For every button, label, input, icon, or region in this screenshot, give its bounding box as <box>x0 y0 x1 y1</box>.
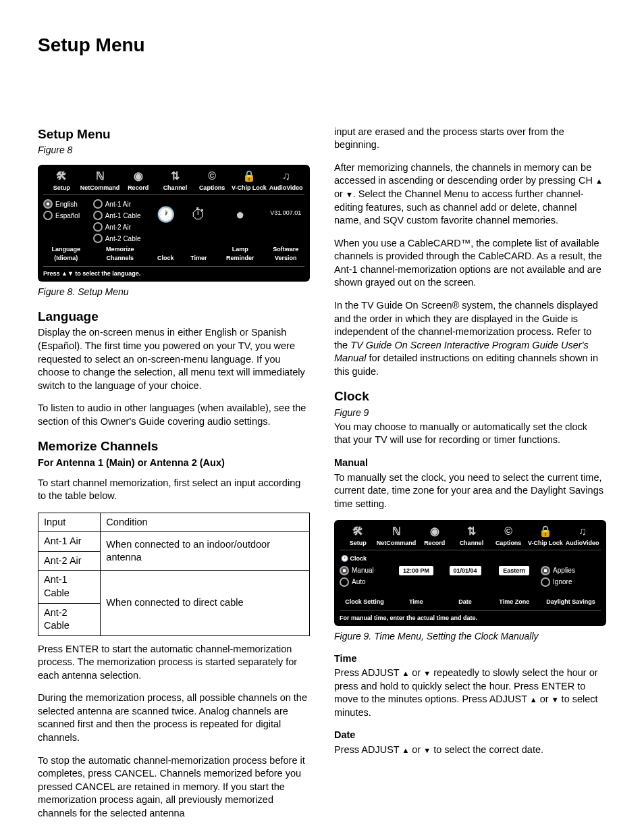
tv-lamp-label: Lamp Reminder <box>217 245 263 261</box>
tv2-tz-label: Time Zone <box>491 598 537 606</box>
triangle-up-icon <box>595 175 603 186</box>
tv-tab-record: ◉Record <box>119 170 157 192</box>
td-cond-antenna: When connected to an indoor/outdoor ante… <box>101 532 310 571</box>
net-icon: ℕ <box>80 170 120 182</box>
figure-8-caption: Figure 8. Setup Menu <box>38 286 310 298</box>
tv-ant2-air: Ant-2 Air <box>93 222 147 232</box>
timer-icon: ⏱ <box>191 205 206 225</box>
right-column: input are erased and the process starts … <box>334 126 606 820</box>
tv2-tab-channel: ⇅Channel <box>453 525 490 547</box>
triangle-down-icon <box>423 667 431 678</box>
para-cont-3: When you use a CableCARD™, the complete … <box>334 237 606 290</box>
figure-8-ref: Figure 8 <box>38 144 310 157</box>
triangle-up-icon <box>402 667 409 678</box>
page-title: Setup Menu <box>38 32 606 58</box>
lock-icon: 🔒 <box>527 525 564 538</box>
tv2-manual: Manual <box>340 566 390 575</box>
figure-9-caption: Figure 9. Time Menu, Setting the Clock M… <box>334 630 606 643</box>
tv2-tab-vchip: 🔒V-Chip Lock <box>527 525 564 547</box>
tv-hint-bar: Press ▲▼ to select the language. <box>43 266 304 278</box>
heading-manual: Manual <box>334 457 606 470</box>
tv-tab-channel: ⇅Channel <box>157 170 194 192</box>
av-icon: ♫ <box>564 525 601 538</box>
td-cond-cable: When connected to direct cable <box>101 571 310 635</box>
tv2-auto: Auto <box>340 577 390 587</box>
left-column: Setup Menu Figure 8 🛠Setup ℕNetCommand ◉… <box>38 126 310 820</box>
tv-tab-setup: 🛠Setup <box>43 170 80 192</box>
tv-ant2-cable: Ant-2 Cable <box>93 234 147 243</box>
tv-memorize-label: Memorize Channels <box>93 245 147 261</box>
para-date: Press ADJUST or to select the correct da… <box>334 744 606 757</box>
tv-tab-audiovideo: ♫AudioVideo <box>267 170 304 192</box>
heading-date: Date <box>334 729 606 742</box>
para-time: Press ADJUST or repeatedly to slowly sel… <box>334 667 606 719</box>
lock-icon: 🔒 <box>231 170 268 182</box>
heading-setup-menu: Setup Menu <box>38 126 310 143</box>
heading-memorize: Memorize Channels <box>38 438 310 455</box>
tv2-date-value: 01/01/04 <box>450 566 481 575</box>
th-condition: Condition <box>101 513 310 532</box>
td-ant2-cable: Ant-2 Cable <box>38 603 101 635</box>
triangle-up-icon <box>530 694 537 704</box>
av-icon: ♫ <box>267 170 304 182</box>
clock-icon: 🕐 <box>157 205 175 225</box>
tv-language-label: Language (Idioma) <box>43 245 89 261</box>
para-cont-1: input are erased and the process starts … <box>334 126 606 152</box>
figure-9-ref: Figure 9 <box>334 407 606 419</box>
td-ant1-air: Ant-1 Air <box>38 532 101 552</box>
tv-timer-label: Timer <box>184 254 213 262</box>
tv2-time-label: Time <box>394 598 439 606</box>
tv-tab-vchip: 🔒V-Chip Lock <box>231 170 268 192</box>
para-language-2: To listen to audio in other languages (w… <box>38 402 310 428</box>
input-condition-table: Input Condition Ant-1 Air When connected… <box>38 513 310 636</box>
lamp-icon: ● <box>236 205 244 225</box>
triangle-down-icon <box>423 744 431 755</box>
td-ant1-cable: Ant-1 Cable <box>38 571 101 603</box>
para-memorize-intro: To start channel memorization, first sel… <box>38 477 310 503</box>
para-mem-2: During the memorization process, all pos… <box>38 692 310 744</box>
captions-icon: © <box>194 170 231 182</box>
heading-clock: Clock <box>334 388 606 405</box>
clock-icon: 🕐 <box>341 555 350 562</box>
wrench-icon: 🛠 <box>340 525 377 538</box>
para-language-1: Display the on-screen menus in either En… <box>38 326 310 392</box>
triangle-down-icon <box>552 694 559 704</box>
tv2-date-label: Date <box>443 598 488 606</box>
tv2-tz-value: Eastern <box>499 566 529 575</box>
subheading-memorize: For Antenna 1 (Main) or Antenna 2 (Aux) <box>38 457 310 470</box>
td-ant2-air: Ant-2 Air <box>38 551 101 571</box>
record-icon: ◉ <box>416 525 453 538</box>
tv2-ignore: Ignore <box>541 577 601 587</box>
tv-tab-netcommand: ℕNetCommand <box>80 170 120 192</box>
heading-language: Language <box>38 308 310 325</box>
tv-lang-espanol: Español <box>43 211 89 220</box>
figure-8-setup-menu-screenshot: 🛠Setup ℕNetCommand ◉Record ⇅Channel ©Cap… <box>38 165 310 282</box>
heading-time: Time <box>334 652 606 666</box>
tv-version: V31.007.01 <box>270 209 301 217</box>
tv2-time-value: 12:00 PM <box>399 566 433 575</box>
tv-ant1-cable: Ant-1 Cable <box>93 211 147 220</box>
tv2-hint-bar: For manual time, enter the actual time a… <box>340 610 601 622</box>
tv-tab-captions: ©Captions <box>194 170 231 192</box>
tv2-tab-setup: 🛠Setup <box>340 525 377 547</box>
tv-clock-label: Clock <box>151 254 180 262</box>
tv2-daylight-label: Daylight Savings <box>541 598 601 606</box>
th-input: Input <box>38 513 101 532</box>
tv-software-label: Software Version <box>267 245 304 261</box>
tv2-tab-netcommand: ℕNetCommand <box>377 525 417 547</box>
triangle-down-icon <box>346 188 353 199</box>
tv-lang-english: English <box>43 199 89 209</box>
para-mem-1: Press ENTER to start the automatic chann… <box>38 643 310 683</box>
triangle-up-icon <box>402 744 409 755</box>
captions-icon: © <box>490 525 527 538</box>
tv2-tab-captions: ©Captions <box>490 525 527 547</box>
tv2-applies: Applies <box>541 566 601 575</box>
para-cont-4: In the TV Guide On Screen® system, the c… <box>334 299 606 378</box>
record-icon: ◉ <box>119 170 157 182</box>
tv-ant1-air: Ant-1 Air <box>93 199 147 209</box>
tv2-clock-setting-label: Clock Setting <box>340 598 390 606</box>
wrench-icon: 🛠 <box>43 170 80 182</box>
channel-icon: ⇅ <box>453 525 490 538</box>
channel-icon: ⇅ <box>157 170 194 182</box>
para-clock-intro: You may choose to manually or automatica… <box>334 421 606 447</box>
